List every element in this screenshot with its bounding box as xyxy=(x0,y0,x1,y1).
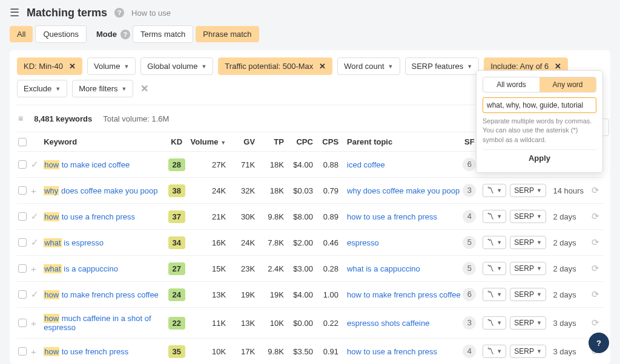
row-checkbox[interactable] xyxy=(18,160,27,169)
filter-more[interactable]: More filters▼ xyxy=(72,80,133,97)
row-checkbox[interactable] xyxy=(18,319,27,327)
serp-button[interactable]: SERP ▼ xyxy=(510,262,546,275)
list-icon[interactable]: ≡ xyxy=(18,114,23,123)
sf-badge[interactable]: 5 xyxy=(463,262,476,275)
filter-traffic-potential[interactable]: Traffic potential: 500-Max✕ xyxy=(218,57,332,75)
refresh-icon[interactable]: ⟳ xyxy=(592,317,599,328)
keyword-link[interactable]: what is a cappuccino xyxy=(44,264,118,273)
toggle-any-word[interactable]: Any word xyxy=(539,77,596,92)
how-to-use-link[interactable]: How to use xyxy=(131,8,171,18)
cell-volume: 11K xyxy=(189,319,226,328)
row-checkbox[interactable] xyxy=(18,347,27,356)
parent-topic-link[interactable]: what is a cappuccino xyxy=(347,264,420,273)
check-icon[interactable]: ✓ xyxy=(31,289,39,299)
parent-topic-link[interactable]: how to use a french press xyxy=(347,212,437,221)
filter-exclude[interactable]: Exclude▼ xyxy=(17,80,67,97)
tab-all[interactable]: All xyxy=(10,26,33,42)
row-checkbox[interactable] xyxy=(18,212,27,221)
close-icon[interactable]: ✕ xyxy=(555,62,561,71)
cell-gv: 17K xyxy=(226,347,255,356)
col-cps[interactable]: CPS xyxy=(313,137,338,146)
filter-kd[interactable]: KD: Min-40✕ xyxy=(17,57,82,75)
col-gv[interactable]: GV xyxy=(226,137,255,146)
check-icon[interactable]: ✓ xyxy=(31,159,39,169)
cell-tp: 7.8K xyxy=(255,238,284,247)
sf-badge[interactable]: 5 xyxy=(463,236,476,249)
serp-button[interactable]: SERP ▼ xyxy=(510,236,546,249)
row-checkbox[interactable] xyxy=(18,264,27,273)
refresh-icon[interactable]: ⟳ xyxy=(592,237,599,247)
col-parent-topic[interactable]: Parent topic xyxy=(338,137,461,146)
tab-phrase-match[interactable]: Phrase match xyxy=(196,26,259,42)
row-checkbox[interactable] xyxy=(18,290,27,299)
parent-topic-link[interactable]: espresso shots caffeine xyxy=(347,319,429,328)
clear-filters-icon[interactable]: ✕ xyxy=(140,83,148,94)
apply-button[interactable]: Apply xyxy=(483,149,596,166)
keyword-link[interactable]: how to use a french press xyxy=(44,212,135,221)
keyword-link[interactable]: what is espresso xyxy=(44,238,104,247)
row-checkbox[interactable] xyxy=(18,186,27,195)
serp-button[interactable]: SERP ▼ xyxy=(510,288,546,301)
keyword-link[interactable]: how to use french press xyxy=(44,347,128,356)
filter-global-volume[interactable]: Global volume▼ xyxy=(140,57,213,75)
filter-serp-features[interactable]: SERP features▼ xyxy=(405,57,480,75)
plus-icon[interactable]: + xyxy=(31,346,36,357)
sf-badge[interactable]: 3 xyxy=(463,316,476,330)
close-icon[interactable]: ✕ xyxy=(319,62,326,71)
trend-button[interactable]: 〽 ▼ xyxy=(483,236,506,249)
col-keyword[interactable]: Keyword xyxy=(44,137,164,146)
keyword-link[interactable]: how to make iced coffee xyxy=(44,160,130,169)
help-icon[interactable]: ? xyxy=(114,8,124,18)
trend-button[interactable]: 〽 ▼ xyxy=(483,210,506,223)
sf-badge[interactable]: 6 xyxy=(463,158,476,171)
table-row: +how to use french press3510K17K9.8K$3.5… xyxy=(17,338,603,364)
plus-icon[interactable]: + xyxy=(31,318,36,328)
help-fab[interactable]: ? xyxy=(589,333,609,353)
trend-button[interactable]: 〽 ▼ xyxy=(483,316,506,330)
parent-topic-link[interactable]: why does coffee make you poop xyxy=(347,186,460,195)
trend-button[interactable]: 〽 ▼ xyxy=(483,288,506,301)
keyword-link[interactable]: how much caffeine in a shot of espresso xyxy=(44,314,151,332)
filter-word-count[interactable]: Word count▼ xyxy=(337,57,400,75)
trend-button[interactable]: 〽 ▼ xyxy=(483,262,506,275)
tab-terms-match[interactable]: Terms match xyxy=(133,25,193,43)
keyword-link[interactable]: why does coffee make you poop xyxy=(44,186,157,195)
serp-button[interactable]: SERP ▼ xyxy=(510,345,546,358)
select-all-checkbox[interactable] xyxy=(18,138,27,146)
filter-volume[interactable]: Volume▼ xyxy=(87,57,136,75)
close-icon[interactable]: ✕ xyxy=(69,62,76,71)
parent-topic-link[interactable]: espresso xyxy=(347,238,379,247)
parent-topic-link[interactable]: how to use a french press xyxy=(347,347,437,356)
serp-button[interactable]: SERP ▼ xyxy=(510,210,546,223)
parent-topic-link[interactable]: iced coffee xyxy=(347,160,385,169)
trend-button[interactable]: 〽 ▼ xyxy=(483,345,506,358)
col-volume[interactable]: Volume ▼ xyxy=(189,137,226,146)
serp-button[interactable]: SERP ▼ xyxy=(510,316,546,330)
serp-button[interactable]: SERP ▼ xyxy=(510,184,546,197)
trend-button[interactable]: 〽 ▼ xyxy=(483,184,506,197)
plus-icon[interactable]: + xyxy=(31,264,36,274)
tab-questions[interactable]: Questions xyxy=(35,25,87,43)
col-cpc[interactable]: CPC xyxy=(284,137,313,146)
toggle-all-words[interactable]: All words xyxy=(483,77,539,92)
sf-badge[interactable]: 6 xyxy=(463,288,476,301)
refresh-icon[interactable]: ⟳ xyxy=(592,263,599,273)
refresh-icon[interactable]: ⟳ xyxy=(592,185,599,195)
sf-badge[interactable]: 3 xyxy=(463,184,476,197)
parent-topic-link[interactable]: how to make french press coffee xyxy=(347,290,461,299)
col-tp[interactable]: TP xyxy=(255,137,284,146)
sf-badge[interactable]: 4 xyxy=(463,210,476,223)
check-icon[interactable]: ✓ xyxy=(31,237,39,247)
col-kd[interactable]: KD xyxy=(165,137,189,146)
cell-updated: 2 days xyxy=(551,264,589,273)
include-words-input[interactable] xyxy=(483,97,596,113)
menu-icon[interactable]: ☰ xyxy=(10,6,19,19)
plus-icon[interactable]: + xyxy=(31,186,36,196)
keyword-link[interactable]: how to make french press coffee xyxy=(44,290,159,299)
refresh-icon[interactable]: ⟳ xyxy=(592,289,599,299)
row-checkbox[interactable] xyxy=(18,238,27,247)
sf-badge[interactable]: 4 xyxy=(463,345,476,358)
help-icon[interactable]: ? xyxy=(120,30,130,39)
refresh-icon[interactable]: ⟳ xyxy=(592,211,599,221)
check-icon[interactable]: ✓ xyxy=(31,211,39,221)
